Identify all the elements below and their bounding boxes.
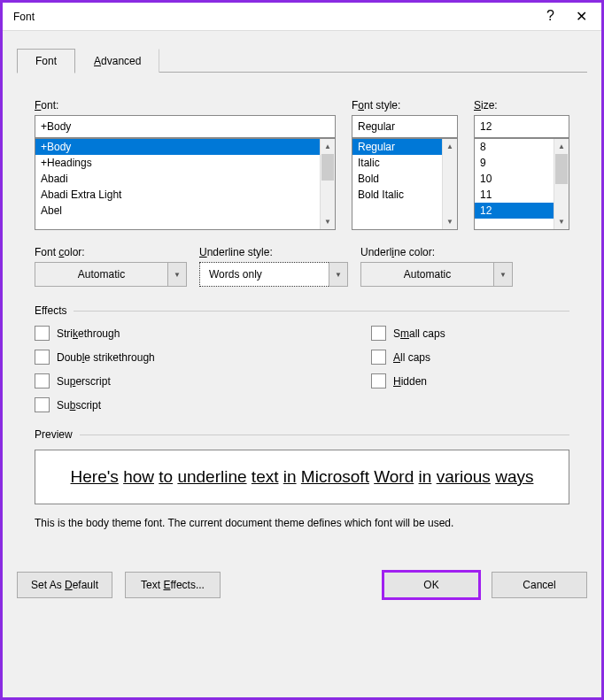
scroll-thumb[interactable] xyxy=(321,154,334,181)
close-icon[interactable]: ✕ xyxy=(576,8,587,25)
scroll-down-icon[interactable]: ▼ xyxy=(443,214,457,229)
scrollbar[interactable]: ▲ ▼ xyxy=(442,139,457,229)
scroll-up-icon[interactable]: ▲ xyxy=(443,139,457,154)
scroll-down-icon[interactable]: ▼ xyxy=(554,214,569,229)
preview-box: Here's how to underline text in Microsof… xyxy=(35,450,569,504)
subscript-label: Subscript xyxy=(57,399,101,412)
list-item[interactable]: Italic xyxy=(352,155,442,171)
scroll-down-icon[interactable]: ▼ xyxy=(321,214,335,229)
superscript-checkbox[interactable] xyxy=(35,373,50,388)
tab-font[interactable]: Font xyxy=(17,49,75,73)
list-item[interactable]: 10 xyxy=(475,171,554,187)
list-item[interactable]: 9 xyxy=(475,155,554,171)
underline-color-label: Underline color: xyxy=(360,246,513,258)
list-item[interactable]: 11 xyxy=(475,187,554,203)
scroll-track[interactable] xyxy=(321,154,335,214)
underline-style-value: Words only xyxy=(199,262,329,287)
window-title: Font xyxy=(13,11,546,23)
font-color-label: Font color: xyxy=(35,246,187,258)
divider xyxy=(80,435,569,435)
list-item[interactable]: Abadi Extra Light xyxy=(35,187,320,203)
chevron-down-icon[interactable]: ▼ xyxy=(493,262,513,287)
font-style-label: Font style: xyxy=(352,99,458,112)
font-style-listbox[interactable]: Regular Italic Bold Bold Italic ▲ ▼ xyxy=(352,138,458,230)
subscript-checkbox[interactable] xyxy=(35,397,50,412)
underline-style-label: Underline style: xyxy=(199,246,348,258)
double-strikethrough-checkbox[interactable] xyxy=(35,350,50,365)
size-label: Size: xyxy=(474,99,569,112)
size-input[interactable] xyxy=(474,115,569,138)
tab-advanced-label: Advanced xyxy=(94,55,141,67)
list-item[interactable]: Regular xyxy=(352,139,442,155)
effects-header: Effects xyxy=(35,304,66,317)
underline-color-dropdown[interactable]: Automatic ▼ xyxy=(360,262,513,287)
scroll-up-icon[interactable]: ▲ xyxy=(321,139,335,154)
tab-advanced[interactable]: Advanced xyxy=(75,49,159,73)
scroll-track[interactable] xyxy=(554,154,569,214)
font-listbox[interactable]: +Body +Headings Abadi Abadi Extra Light … xyxy=(35,138,336,230)
superscript-label: Superscript xyxy=(57,375,111,388)
underline-color-value: Automatic xyxy=(360,262,493,287)
strikethrough-label: Strikethrough xyxy=(57,327,120,340)
preview-text: Here's how to underline text in Microsof… xyxy=(71,467,534,487)
tab-font-label: Font xyxy=(35,55,57,67)
chevron-down-icon[interactable]: ▼ xyxy=(329,262,348,287)
scroll-thumb[interactable] xyxy=(555,154,568,184)
text-effects-button[interactable]: Text Effects... xyxy=(125,572,221,598)
double-strikethrough-label: Double strikethrough xyxy=(57,351,155,364)
font-style-input[interactable] xyxy=(352,115,458,138)
hidden-label: Hidden xyxy=(393,375,427,388)
ok-button[interactable]: OK xyxy=(383,572,479,598)
set-default-button[interactable]: Set As Default xyxy=(17,572,112,598)
all-caps-checkbox[interactable] xyxy=(371,350,386,365)
font-color-dropdown[interactable]: Automatic ▼ xyxy=(35,262,187,287)
list-item[interactable]: +Body xyxy=(35,139,320,155)
title-bar: Font ? ✕ xyxy=(3,3,601,31)
list-item[interactable]: Abel xyxy=(35,203,320,219)
scroll-track[interactable] xyxy=(443,154,457,214)
small-caps-label: Small caps xyxy=(393,327,445,340)
divider xyxy=(74,311,569,312)
list-item[interactable]: 12 xyxy=(475,203,554,219)
strikethrough-checkbox[interactable] xyxy=(35,326,50,341)
cancel-button[interactable]: Cancel xyxy=(492,572,587,598)
chevron-down-icon[interactable]: ▼ xyxy=(167,262,187,287)
scrollbar[interactable]: ▲ ▼ xyxy=(320,139,335,229)
list-item[interactable]: 8 xyxy=(475,139,554,155)
list-item[interactable]: +Headings xyxy=(35,155,320,171)
hidden-checkbox[interactable] xyxy=(371,373,386,388)
list-item[interactable]: Bold xyxy=(352,171,442,187)
font-label: Font: xyxy=(35,99,336,112)
tab-strip: Font Advanced xyxy=(17,49,587,73)
size-listbox[interactable]: 8 9 10 11 12 ▲ ▼ xyxy=(474,138,569,230)
font-color-value: Automatic xyxy=(35,262,167,287)
scrollbar[interactable]: ▲ ▼ xyxy=(554,139,569,229)
help-icon[interactable]: ? xyxy=(546,8,554,25)
all-caps-label: All caps xyxy=(393,351,430,364)
underline-style-dropdown[interactable]: Words only ▼ xyxy=(199,262,348,287)
list-item[interactable]: Abadi xyxy=(35,171,320,187)
hint-text: This is the body theme font. The current… xyxy=(35,517,569,529)
preview-header: Preview xyxy=(35,428,73,441)
font-input[interactable] xyxy=(35,115,336,138)
small-caps-checkbox[interactable] xyxy=(371,326,386,341)
list-item[interactable]: Bold Italic xyxy=(352,187,442,203)
scroll-up-icon[interactable]: ▲ xyxy=(554,139,569,154)
